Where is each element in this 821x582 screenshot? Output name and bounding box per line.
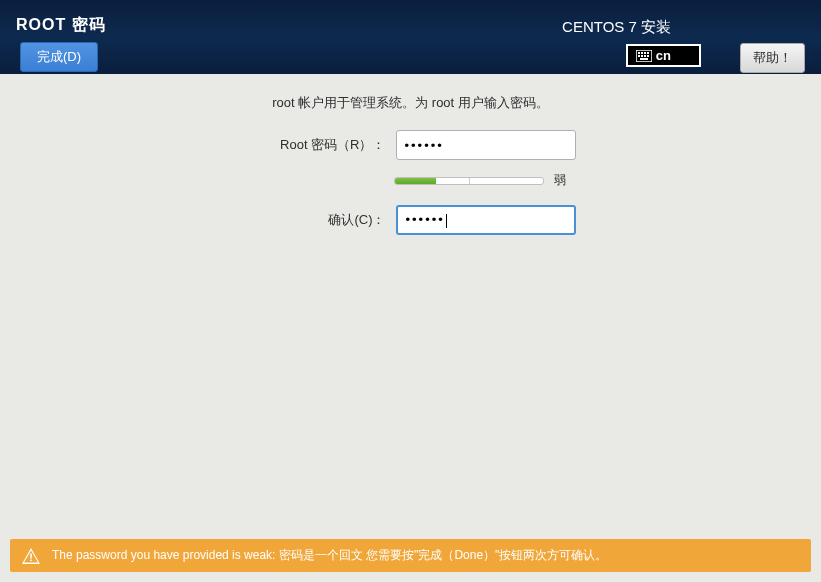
- svg-rect-10: [30, 553, 32, 558]
- svg-rect-5: [638, 55, 640, 57]
- svg-rect-9: [640, 58, 648, 60]
- strength-row: 弱: [0, 172, 821, 189]
- help-button[interactable]: 帮助！: [740, 43, 805, 73]
- warning-bar: The password you have provided is weak: …: [10, 539, 811, 572]
- svg-rect-7: [644, 55, 646, 57]
- password-row: Root 密码（R）： ••••••: [0, 130, 821, 160]
- content-area: root 帐户用于管理系统。为 root 用户输入密码。 Root 密码（R）：…: [0, 74, 821, 582]
- svg-rect-4: [647, 52, 649, 54]
- keyboard-layout-code: cn: [656, 48, 671, 63]
- root-password-input[interactable]: ••••••: [396, 130, 576, 160]
- password-label: Root 密码（R）：: [246, 136, 386, 154]
- page-title: ROOT 密码: [16, 0, 805, 36]
- svg-rect-11: [30, 559, 32, 561]
- svg-rect-3: [644, 52, 646, 54]
- confirm-password-input[interactable]: ••••••: [396, 205, 576, 235]
- confirm-label: 确认(C)：: [246, 211, 386, 229]
- keyboard-icon: [636, 50, 652, 62]
- strength-fill: [395, 178, 436, 184]
- svg-rect-8: [647, 55, 649, 57]
- warning-text: The password you have provided is weak: …: [52, 547, 607, 564]
- installer-title: CENTOS 7 安装: [562, 18, 671, 37]
- svg-rect-1: [638, 52, 640, 54]
- header-bar: ROOT 密码 完成(D) CENTOS 7 安装 cn 帮助！: [0, 0, 821, 74]
- svg-rect-6: [641, 55, 643, 57]
- keyboard-layout-indicator[interactable]: cn: [626, 44, 701, 67]
- password-strength-meter: [394, 177, 544, 185]
- confirm-row: 确认(C)： ••••••: [0, 205, 821, 235]
- strength-text: 弱: [554, 172, 578, 189]
- warning-icon: [22, 548, 40, 564]
- done-button[interactable]: 完成(D): [20, 42, 98, 72]
- form-description: root 帐户用于管理系统。为 root 用户输入密码。: [0, 94, 821, 112]
- svg-rect-2: [641, 52, 643, 54]
